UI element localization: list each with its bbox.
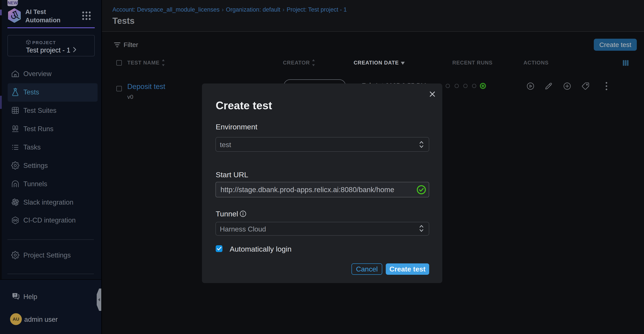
- svg-text:?: ?: [14, 293, 16, 297]
